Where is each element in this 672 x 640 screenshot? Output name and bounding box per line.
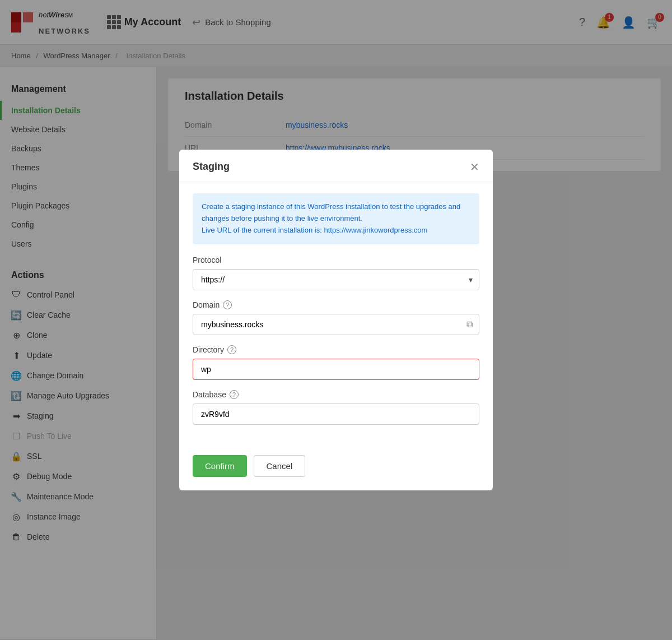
info-url-label: Live URL of the current installation is: <box>202 226 322 234</box>
modal-close-button[interactable]: ✕ <box>470 161 479 173</box>
database-field-label: Database ? <box>193 390 479 399</box>
protocol-label: Protocol <box>193 256 479 265</box>
domain-group: Domain ? ⧉ <box>193 300 479 335</box>
info-text: Create a staging instance of this WordPr… <box>202 202 460 222</box>
info-url: https://www.jinkowordpress.com <box>324 226 427 234</box>
confirm-button[interactable]: Confirm <box>193 455 247 477</box>
modal-title: Staging <box>193 161 230 173</box>
directory-help-icon[interactable]: ? <box>227 345 236 354</box>
protocol-select[interactable]: https:// http:// <box>193 269 479 290</box>
database-input[interactable] <box>193 404 479 425</box>
domain-field-label: Domain ? <box>193 300 479 309</box>
domain-input[interactable] <box>193 314 479 335</box>
domain-input-wrapper: ⧉ <box>193 314 479 335</box>
protocol-select-wrapper: https:// http:// <box>193 269 479 290</box>
modal-overlay[interactable]: Staging ✕ Create a staging instance of t… <box>0 0 672 639</box>
directory-field-label: Directory ? <box>193 345 479 354</box>
staging-modal: Staging ✕ Create a staging instance of t… <box>179 150 493 490</box>
info-box: Create a staging instance of this WordPr… <box>193 193 479 244</box>
copy-icon: ⧉ <box>466 319 473 330</box>
domain-help-icon[interactable]: ? <box>223 300 232 309</box>
modal-header: Staging ✕ <box>179 150 493 182</box>
cancel-button[interactable]: Cancel <box>254 455 306 477</box>
database-group: Database ? <box>193 390 479 425</box>
directory-input[interactable] <box>193 359 479 380</box>
protocol-group: Protocol https:// http:// <box>193 256 479 290</box>
directory-group: Directory ? <box>193 345 479 380</box>
modal-footer: Confirm Cancel <box>179 446 493 490</box>
modal-body: Create a staging instance of this WordPr… <box>179 182 493 446</box>
database-help-icon[interactable]: ? <box>230 390 239 399</box>
